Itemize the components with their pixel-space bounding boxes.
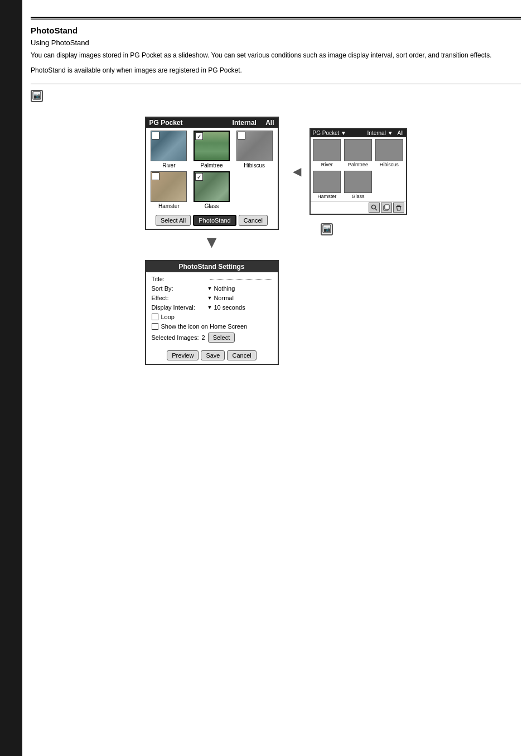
- left-sidebar: [0, 0, 22, 756]
- image-cell-hamster[interactable]: Hamster: [149, 171, 190, 209]
- sort-by-row: Sort By: ▼ Nothing: [152, 285, 272, 292]
- image-label-glass: Glass: [205, 203, 219, 209]
- pgpocket-small-title: PG Pocket ▼: [313, 130, 347, 136]
- display-interval-label: Display Interval:: [152, 304, 207, 311]
- small-image-cell-river[interactable]: River: [312, 139, 342, 167]
- small-label-river: River: [321, 162, 333, 167]
- small-label-hibiscus: Hibiscus: [380, 162, 399, 167]
- svg-point-2: [371, 205, 375, 209]
- small-image-cell-hamster[interactable]: Hamster: [312, 171, 342, 199]
- pgpocket-small-titlebar: PG Pocket ▼ Internal ▼ All: [311, 129, 406, 137]
- small-image-cell-glass[interactable]: Glass: [343, 171, 373, 199]
- sort-by-text: Nothing: [214, 285, 235, 292]
- checkbox-palmtree[interactable]: ✓: [195, 132, 203, 140]
- section-title: PhotoStand: [31, 26, 521, 35]
- select-all-button[interactable]: Select All: [156, 215, 191, 226]
- show-icon-row: Show the icon on Home Screen: [152, 323, 272, 330]
- selected-images-count: 2: [202, 334, 205, 341]
- effect-label: Effect:: [152, 295, 207, 301]
- save-button[interactable]: Save: [201, 350, 225, 360]
- image-label-palmtree: Palmtree: [200, 162, 223, 168]
- photostand-body: Title: Sort By: ▼ Nothing Effect:: [146, 272, 278, 350]
- bottom-rule: [31, 84, 521, 84]
- small-label-glass: Glass: [351, 194, 364, 199]
- preview-button[interactable]: Preview: [167, 350, 199, 360]
- image-cell-palmtree[interactable]: ✓ Palmtree: [191, 131, 232, 168]
- svg-text:📷: 📷: [323, 225, 331, 233]
- effect-row: Effect: ▼ Normal: [152, 295, 272, 301]
- interval-dropdown-arrow: ▼: [207, 305, 212, 310]
- loop-label: Loop: [161, 314, 175, 320]
- step-icon-right: 📷: [321, 223, 333, 235]
- sub-rule: [31, 20, 521, 20]
- show-icon-label: Show the icon on Home Screen: [161, 323, 248, 330]
- arrow-down: ▼: [204, 233, 220, 252]
- sort-by-label: Sort By:: [152, 285, 207, 292]
- image-label-hamster: Hamster: [158, 203, 180, 209]
- section-subtitle: Using PhotoStand: [31, 38, 521, 47]
- select-images-button[interactable]: Select: [208, 333, 235, 343]
- photostand-titlebar: PhotoStand Settings: [146, 261, 278, 272]
- title-label: Title:: [152, 276, 207, 282]
- cancel-button-large[interactable]: Cancel: [239, 215, 268, 226]
- sort-by-dropdown-arrow: ▼: [207, 286, 212, 291]
- title-dots: [210, 279, 272, 280]
- diagram-area: PG Pocket Internal All River: [31, 117, 521, 365]
- pgpocket-large-title: PG Pocket: [149, 119, 183, 127]
- pgpocket-small-right: Internal ▼ All: [367, 130, 404, 136]
- top-rule: [31, 17, 521, 18]
- image-cell-empty: [234, 171, 275, 209]
- small-toolbar: [311, 201, 406, 214]
- effect-dropdown-arrow: ▼: [207, 295, 212, 301]
- step-icon: 📷: [31, 90, 43, 102]
- selected-images-label: Selected Images:: [152, 334, 199, 341]
- main-content: PhotoStand Using PhotoStand You can disp…: [31, 0, 521, 365]
- center-column: PG Pocket Internal All River: [145, 117, 279, 365]
- image-cell-hibiscus[interactable]: Hibiscus: [234, 131, 275, 168]
- loop-row: Loop: [152, 314, 272, 320]
- svg-line-3: [375, 209, 377, 210]
- title-row: Title:: [152, 276, 272, 282]
- show-icon-checkbox[interactable]: [152, 323, 158, 330]
- small-empty-cell: [374, 171, 404, 199]
- svg-rect-7: [396, 206, 402, 206]
- small-tool-search[interactable]: [369, 203, 380, 213]
- photostand-footer: Preview Save Cancel: [146, 350, 278, 364]
- checkbox-river[interactable]: [152, 132, 159, 139]
- svg-rect-6: [397, 205, 400, 206]
- effect-value[interactable]: ▼ Normal: [207, 295, 234, 301]
- body-text-2: PhotoStand is available only when images…: [31, 65, 521, 76]
- checkbox-hamster[interactable]: [152, 172, 159, 180]
- body-text-1: You can display images stored in PG Pock…: [31, 50, 521, 61]
- small-image-cell-palmtree[interactable]: Palmtree: [343, 139, 373, 167]
- small-image-grid-row1: River Palmtree Hibiscus: [311, 137, 406, 169]
- image-label-river: River: [162, 162, 175, 168]
- checkbox-glass[interactable]: ✓: [195, 173, 203, 181]
- small-label-palmtree: Palmtree: [348, 162, 368, 167]
- image-cell-river[interactable]: River: [149, 131, 190, 168]
- display-interval-value[interactable]: ▼ 10 seconds: [207, 304, 245, 311]
- small-label-hamster: Hamster: [317, 194, 336, 199]
- pgpocket-large-window: PG Pocket Internal All River: [145, 117, 279, 230]
- image-label-hibiscus: Hibiscus: [244, 162, 265, 168]
- loop-checkbox[interactable]: [152, 314, 158, 320]
- small-tool-copy[interactable]: [381, 203, 392, 213]
- pgpocket-large-buttons: Select All PhotoStand Cancel: [146, 212, 278, 229]
- pgpocket-large-location: Internal All: [233, 119, 274, 127]
- checkbox-hibiscus[interactable]: [238, 132, 245, 139]
- sort-by-value[interactable]: ▼ Nothing: [207, 285, 235, 292]
- photostand-settings-window: PhotoStand Settings Title: Sort By: ▼ No…: [145, 260, 279, 365]
- small-tool-delete[interactable]: [393, 203, 404, 213]
- pgpocket-small-window: PG Pocket ▼ Internal ▼ All River: [309, 128, 407, 215]
- small-image-grid-row2: Hamster Glass: [311, 169, 406, 201]
- right-panel: ◀ PG Pocket ▼ Internal ▼ All: [290, 117, 407, 239]
- svg-rect-5: [385, 205, 389, 209]
- display-interval-row: Display Interval: ▼ 10 seconds: [152, 304, 272, 311]
- photostand-button[interactable]: PhotoStand: [193, 215, 236, 226]
- cancel-button-settings[interactable]: Cancel: [227, 350, 256, 360]
- arrow-left: ◀: [293, 165, 301, 178]
- small-image-cell-hibiscus[interactable]: Hibiscus: [374, 139, 404, 167]
- image-cell-glass[interactable]: ✓ Glass: [191, 171, 232, 209]
- pgpocket-large-titlebar: PG Pocket Internal All: [146, 118, 278, 128]
- svg-text:📷: 📷: [33, 92, 41, 99]
